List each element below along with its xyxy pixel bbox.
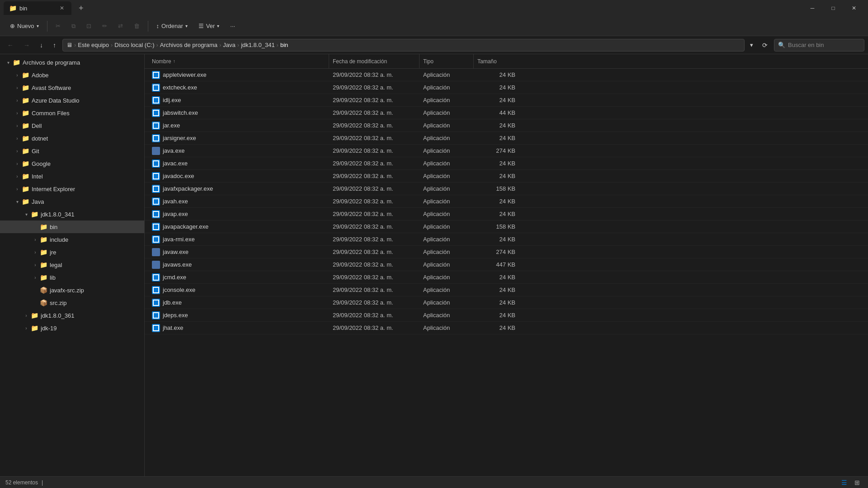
delete-button[interactable]: 🗑 — [129, 20, 144, 32]
sidebar-item-intel[interactable]: ›📁Intel — [0, 170, 144, 183]
table-row[interactable]: extcheck.exe29/09/2022 08:32 a. m.Aplica… — [145, 81, 868, 94]
ordenar-button[interactable]: ↕ Ordenar ▾ — [152, 20, 192, 32]
table-row[interactable]: jabswitch.exe29/09/2022 08:32 a. m.Aplic… — [145, 107, 868, 119]
file-type-icon — [152, 109, 160, 117]
file-date-cell: 29/09/2022 08:32 a. m. — [329, 286, 420, 293]
breadcrumb-disco-label: Disco local (C:) — [114, 42, 154, 48]
expand-arrow-icon: › — [13, 121, 22, 130]
table-row[interactable]: jdeps.exe29/09/2022 08:32 a. m.Aplicació… — [145, 309, 868, 322]
table-row[interactable]: jcmd.exe29/09/2022 08:32 a. m.Aplicación… — [145, 271, 868, 284]
table-row[interactable]: javaw.exe29/09/2022 08:32 a. m.Aplicació… — [145, 246, 868, 258]
cut-button[interactable]: ✂ — [51, 20, 65, 32]
table-row[interactable]: jhat.exe29/09/2022 08:32 a. m.Aplicación… — [145, 322, 868, 334]
table-row[interactable]: java.exe29/09/2022 08:32 a. m.Aplicación… — [145, 145, 868, 157]
tab-close-button[interactable]: ✕ — [58, 4, 66, 12]
sidebar-item-jdk1-8-0-361[interactable]: ›📁jdk1.8.0_361 — [0, 309, 144, 322]
sidebar-item-google[interactable]: ›📁Google — [0, 157, 144, 170]
breadcrumb-bar[interactable]: 🖥 › Este equipo › Disco local (C:) › Arc… — [62, 39, 745, 52]
breadcrumb-archivos[interactable]: Archivos de programa — [160, 42, 217, 48]
recent-button[interactable]: ↓ — [36, 40, 47, 51]
minimize-button[interactable]: ─ — [802, 0, 823, 16]
sidebar-item-javafx-src-zip[interactable]: 📦javafx-src.zip — [0, 284, 144, 296]
sidebar-item-lib[interactable]: ›📁lib — [0, 271, 144, 284]
folder-icon: 📁 — [22, 84, 29, 91]
view-grid-button[interactable]: ⊞ — [852, 478, 863, 487]
sidebar-item-avast-software[interactable]: ›📁Avast Software — [0, 81, 144, 94]
sidebar-item-azure-data-studio[interactable]: ›📁Azure Data Studio — [0, 94, 144, 107]
sidebar-item-java[interactable]: ▾📁Java — [0, 195, 144, 208]
search-input[interactable] — [788, 42, 860, 48]
sidebar-item-jre[interactable]: ›📁jre — [0, 246, 144, 258]
refresh-button[interactable]: ⟳ — [759, 40, 771, 51]
folder-icon: 📁 — [22, 147, 29, 155]
sidebar-item-common-files[interactable]: ›📁Common Files — [0, 107, 144, 119]
col-header-date[interactable]: Fecha de modificación — [329, 54, 420, 68]
up-button[interactable]: ↑ — [49, 40, 60, 51]
file-date-cell: 29/09/2022 08:32 a. m. — [329, 147, 420, 154]
col-header-type[interactable]: Tipo — [420, 54, 474, 68]
table-row[interactable]: appletviewer.exe29/09/2022 08:32 a. m.Ap… — [145, 69, 868, 81]
breadcrumb-java[interactable]: Java — [223, 42, 235, 48]
breadcrumb-bin[interactable]: bin — [280, 42, 288, 48]
sidebar-item-adobe[interactable]: ›📁Adobe — [0, 69, 144, 81]
table-row[interactable]: javac.exe29/09/2022 08:32 a. m.Aplicació… — [145, 157, 868, 170]
table-row[interactable]: java-rmi.exe29/09/2022 08:32 a. m.Aplica… — [145, 233, 868, 246]
table-row[interactable]: jarsigner.exe29/09/2022 08:32 a. m.Aplic… — [145, 132, 868, 145]
table-row[interactable]: jdb.exe29/09/2022 08:32 a. m.Aplicación2… — [145, 296, 868, 309]
sidebar-item-src-zip[interactable]: 📦src.zip — [0, 296, 144, 309]
copy-button[interactable]: ⧉ — [67, 20, 80, 33]
sidebar-item-jdk1-8-0-341[interactable]: ▾📁jdk1.8.0_341 — [0, 208, 144, 221]
sidebar-item-bin[interactable]: 📁bin — [0, 221, 144, 233]
sidebar-item-jdk-19[interactable]: ›📁jdk-19 — [0, 322, 144, 334]
breadcrumb-equipo[interactable]: Este equipo — [78, 42, 109, 48]
back-button[interactable]: ← — [4, 40, 17, 51]
sidebar-item-archivos-de-programa[interactable]: ▾📁Archivos de programa — [0, 56, 144, 69]
ver-button[interactable]: ☰ Ver ▾ — [194, 20, 224, 32]
table-row[interactable]: idlj.exe29/09/2022 08:32 a. m.Aplicación… — [145, 94, 868, 107]
table-row[interactable]: javapackager.exe29/09/2022 08:32 a. m.Ap… — [145, 221, 868, 233]
view-details-button[interactable]: ☰ — [839, 478, 850, 487]
table-row[interactable]: javadoc.exe29/09/2022 08:32 a. m.Aplicac… — [145, 170, 868, 183]
file-name-cell: idlj.exe — [148, 96, 329, 104]
close-button[interactable]: ✕ — [844, 0, 864, 16]
sidebar-item-dell[interactable]: ›📁Dell — [0, 119, 144, 132]
table-row[interactable]: javah.exe29/09/2022 08:32 a. m.Aplicació… — [145, 195, 868, 208]
breadcrumb-jdk[interactable]: jdk1.8.0_341 — [241, 42, 274, 48]
file-size-cell: 447 KB — [474, 261, 519, 268]
sidebar-item-include[interactable]: ›📁include — [0, 233, 144, 246]
table-row[interactable]: javap.exe29/09/2022 08:32 a. m.Aplicació… — [145, 208, 868, 221]
file-size-cell: 24 KB — [474, 122, 519, 129]
move-button[interactable]: ⇄ — [113, 20, 127, 32]
breadcrumb-disco[interactable]: Disco local (C:) — [114, 42, 154, 48]
file-name: javaw.exe — [163, 249, 189, 255]
file-date-cell: 29/09/2022 08:32 a. m. — [329, 274, 420, 281]
addr-dropdown-button[interactable]: ▾ — [747, 40, 756, 50]
folder-icon: 📁 — [31, 312, 38, 319]
paste-button[interactable]: ⊡ — [82, 20, 96, 32]
nuevo-button[interactable]: ⊕ Nuevo ▾ — [5, 20, 43, 32]
sidebar-item-git[interactable]: ›📁Git — [0, 145, 144, 157]
file-type-icon — [152, 273, 160, 282]
rename-button[interactable]: ✏ — [98, 20, 112, 32]
table-row[interactable]: jar.exe29/09/2022 08:32 a. m.Aplicación2… — [145, 119, 868, 132]
table-row[interactable]: jconsole.exe29/09/2022 08:32 a. m.Aplica… — [145, 284, 868, 296]
col-header-size[interactable]: Tamaño — [474, 54, 519, 68]
file-name: javadoc.exe — [163, 173, 194, 179]
more-button[interactable]: ··· — [226, 20, 240, 32]
sidebar-item-internet-explorer[interactable]: ›📁Internet Explorer — [0, 183, 144, 195]
maximize-button[interactable]: □ — [823, 0, 844, 16]
breadcrumb-pc[interactable]: 🖥 — [66, 42, 72, 48]
folder-icon: 📁 — [40, 249, 47, 256]
new-tab-button[interactable]: + — [75, 2, 87, 15]
current-tab[interactable]: 📁 bin ✕ — [4, 1, 71, 15]
sidebar-item-legal[interactable]: ›📁legal — [0, 258, 144, 271]
sidebar-item-dotnet[interactable]: ›📁dotnet — [0, 132, 144, 145]
file-name: jabswitch.exe — [163, 109, 198, 116]
folder-icon: 📁 — [22, 160, 29, 167]
table-row[interactable]: javaws.exe29/09/2022 08:32 a. m.Aplicaci… — [145, 258, 868, 271]
expand-arrow-icon: ▾ — [4, 58, 13, 67]
search-box[interactable]: 🔍 — [774, 39, 864, 52]
table-row[interactable]: javafxpackager.exe29/09/2022 08:32 a. m.… — [145, 183, 868, 195]
forward-button[interactable]: → — [20, 40, 33, 51]
col-header-name[interactable]: Nombre ↑ — [148, 54, 329, 68]
